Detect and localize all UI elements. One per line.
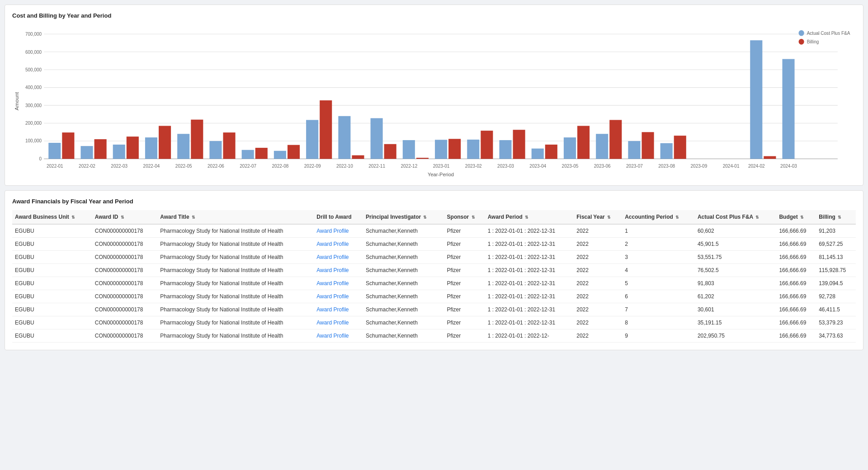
cell-sponsor: Pfizer [444, 329, 485, 343]
cell-award-period: 1 : 2022-01-01 : 2022-12- [485, 329, 574, 343]
svg-rect-32 [223, 132, 236, 159]
cell-pi: Schumacher,Kenneth [363, 303, 444, 316]
award-profile-link[interactable]: Award Profile [316, 267, 349, 273]
svg-text:Actual Cost Plus F&A: Actual Cost Plus F&A [807, 31, 850, 36]
table-row: EGUBU CON000000000178 Pharmacology Study… [12, 316, 856, 329]
col-award-id[interactable]: Award ID ⇅ [92, 210, 158, 224]
cell-award-title: Pharmacology Study for National Institut… [157, 290, 314, 303]
cell-actual-cost: 53,551.75 [695, 251, 776, 264]
cell-actual-cost: 30,601 [695, 303, 776, 316]
cell-award-id: CON000000000178 [92, 264, 158, 277]
col-accounting-period[interactable]: Accounting Period ⇅ [622, 210, 695, 224]
cell-business-unit: EGUBU [12, 251, 92, 264]
cell-actual-cost: 60,602 [695, 224, 776, 238]
cell-drill-to-award[interactable]: Award Profile [314, 264, 363, 277]
award-profile-link[interactable]: Award Profile [316, 228, 349, 234]
award-profile-link[interactable]: Award Profile [316, 241, 349, 247]
cell-drill-to-award[interactable]: Award Profile [314, 316, 363, 329]
svg-rect-50 [416, 158, 429, 159]
page-wrapper: Cost and Billing by Year and Period 0 10… [0, 0, 868, 355]
table-body: EGUBU CON000000000178 Pharmacology Study… [12, 224, 856, 343]
col-sponsor[interactable]: Sponsor ⇅ [444, 210, 485, 224]
cell-sponsor: Pfizer [444, 264, 485, 277]
cell-billing: 53,379.23 [816, 316, 856, 329]
bar-chart: 0 100,000 200,000 300,000 400,000 500,00… [12, 24, 856, 178]
svg-text:2022-11: 2022-11 [368, 163, 385, 168]
cell-fiscal-year: 2022 [574, 277, 622, 290]
svg-rect-20 [94, 139, 107, 159]
col-billing[interactable]: Billing ⇅ [816, 210, 856, 224]
col-pi[interactable]: Principal Investigator ⇅ [363, 210, 444, 224]
svg-text:2022-09: 2022-09 [304, 163, 321, 168]
cell-business-unit: EGUBU [12, 329, 92, 343]
cell-drill-to-award[interactable]: Award Profile [314, 303, 363, 316]
cell-award-title: Pharmacology Study for National Institut… [157, 277, 314, 290]
svg-text:400,000: 400,000 [25, 85, 42, 90]
svg-rect-59 [513, 130, 525, 159]
cell-actual-cost: 61,202 [695, 290, 776, 303]
cell-accounting-period: 6 [622, 290, 695, 303]
col-award-period[interactable]: Award Period ⇅ [485, 210, 574, 224]
cell-billing: 69,527.25 [816, 238, 856, 251]
svg-text:2022-06: 2022-06 [208, 163, 224, 168]
svg-rect-49 [403, 140, 415, 159]
award-profile-link[interactable]: Award Profile [316, 333, 349, 339]
cell-sponsor: Pfizer [444, 303, 485, 316]
award-profile-link[interactable]: Award Profile [316, 254, 349, 260]
bar-actual-2022-01 [48, 143, 61, 159]
cell-fiscal-year: 2022 [574, 329, 622, 343]
col-award-title[interactable]: Award Title ⇅ [157, 210, 314, 224]
sort-icon-award-id: ⇅ [121, 215, 124, 220]
chart-section: Cost and Billing by Year and Period 0 10… [5, 5, 863, 186]
cell-accounting-period: 5 [622, 277, 695, 290]
table-row: EGUBU CON000000000178 Pharmacology Study… [12, 329, 856, 343]
cell-pi: Schumacher,Kenneth [363, 277, 444, 290]
svg-rect-29 [191, 120, 203, 159]
cell-accounting-period: 9 [622, 329, 695, 343]
award-profile-link[interactable]: Award Profile [316, 306, 349, 313]
svg-text:Billing: Billing [807, 39, 819, 44]
cell-drill-to-award[interactable]: Award Profile [314, 224, 363, 238]
svg-point-84 [799, 30, 804, 36]
svg-text:2022-04: 2022-04 [143, 163, 160, 168]
svg-rect-73 [660, 143, 673, 159]
cell-award-id: CON000000000178 [92, 224, 158, 238]
cell-budget: 166,666.69 [776, 303, 816, 316]
cell-business-unit: EGUBU [12, 238, 92, 251]
svg-rect-56 [481, 131, 493, 159]
col-budget[interactable]: Budget ⇅ [776, 210, 816, 224]
svg-rect-35 [255, 148, 268, 159]
svg-text:200,000: 200,000 [25, 121, 42, 126]
table-row: EGUBU CON000000000178 Pharmacology Study… [12, 264, 856, 277]
cell-drill-to-award[interactable]: Award Profile [314, 290, 363, 303]
col-actual-cost[interactable]: Actual Cost Plus F&A ⇅ [695, 210, 776, 224]
svg-rect-43 [338, 116, 350, 159]
financials-table: Award Business Unit ⇅ Award ID ⇅ Award T… [12, 210, 856, 343]
cell-billing: 115,928.75 [816, 264, 856, 277]
col-fiscal-year[interactable]: Fiscal Year ⇅ [574, 210, 622, 224]
sort-icon-fiscal-year: ⇅ [607, 215, 611, 220]
svg-rect-28 [177, 134, 189, 159]
svg-rect-62 [545, 145, 557, 159]
sort-icon-budget: ⇅ [800, 215, 804, 220]
cell-award-id: CON000000000178 [92, 251, 158, 264]
table-row: EGUBU CON000000000178 Pharmacology Study… [12, 238, 856, 251]
cell-drill-to-award[interactable]: Award Profile [314, 329, 363, 343]
cell-drill-to-award[interactable]: Award Profile [314, 251, 363, 264]
cell-drill-to-award[interactable]: Award Profile [314, 238, 363, 251]
sort-icon-accounting-period: ⇅ [675, 215, 679, 220]
cell-billing: 139,094.5 [816, 277, 856, 290]
award-profile-link[interactable]: Award Profile [316, 280, 349, 287]
table-section: Award Financials by Fiscal Year and Peri… [5, 190, 863, 350]
award-profile-link[interactable]: Award Profile [316, 320, 349, 326]
cell-drill-to-award[interactable]: Award Profile [314, 277, 363, 290]
svg-text:2022-12: 2022-12 [401, 163, 417, 168]
cell-award-period: 1 : 2022-01-01 : 2022-12-31 [485, 277, 574, 290]
award-profile-link[interactable]: Award Profile [316, 293, 349, 300]
col-business-unit[interactable]: Award Business Unit ⇅ [12, 210, 92, 224]
cell-sponsor: Pfizer [444, 290, 485, 303]
cell-fiscal-year: 2022 [574, 238, 622, 251]
svg-rect-79 [764, 156, 776, 159]
cell-award-id: CON000000000178 [92, 316, 158, 329]
cell-business-unit: EGUBU [12, 303, 92, 316]
